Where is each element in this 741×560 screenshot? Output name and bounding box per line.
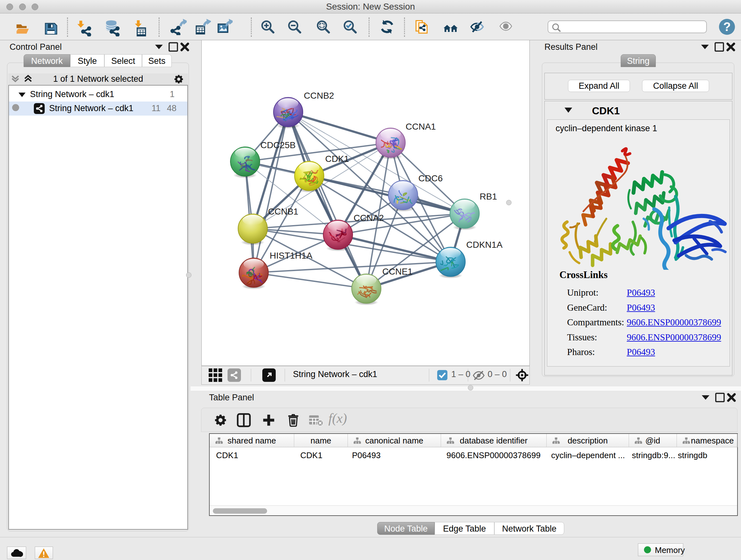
svg-text:CDC25B: CDC25B bbox=[260, 140, 295, 150]
svg-text:CDKN1A: CDKN1A bbox=[466, 240, 502, 250]
svg-text:CCNB2: CCNB2 bbox=[304, 91, 334, 101]
svg-text:CDC6: CDC6 bbox=[418, 173, 443, 183]
svg-text:CDK1: CDK1 bbox=[325, 154, 349, 164]
svg-text:CCNA1: CCNA1 bbox=[406, 122, 436, 132]
svg-text:RB1: RB1 bbox=[480, 192, 497, 201]
svg-text:CCNA2: CCNA2 bbox=[354, 213, 384, 223]
svg-text:HIST1H1A: HIST1H1A bbox=[270, 251, 313, 260]
svg-text:CCNE1: CCNE1 bbox=[382, 266, 413, 276]
svg-text:CCNB1: CCNB1 bbox=[268, 206, 298, 216]
